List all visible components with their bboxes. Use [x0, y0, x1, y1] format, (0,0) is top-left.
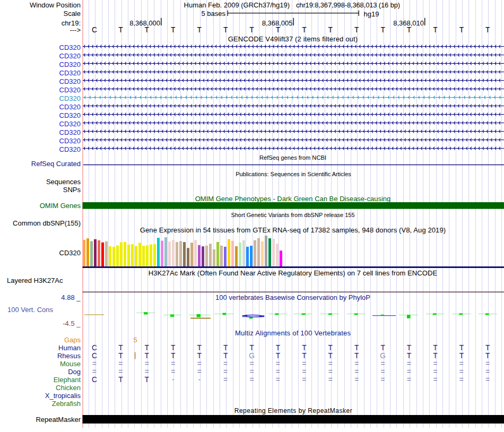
- svg-text:=: =: [223, 376, 228, 384]
- svg-text:C: C: [92, 344, 97, 352]
- svg-text:Layered H3K27Ac: Layered H3K27Ac: [7, 277, 63, 284]
- svg-text:=: =: [118, 368, 123, 376]
- svg-text:T: T: [118, 376, 123, 384]
- svg-text:T: T: [485, 26, 490, 34]
- svg-text:Zebrafish: Zebrafish: [52, 400, 81, 408]
- svg-text:=: =: [381, 376, 385, 384]
- svg-text:Common dbSNP(155): Common dbSNP(155): [13, 219, 81, 227]
- svg-text:-4.5 _: -4.5 _: [63, 319, 81, 327]
- svg-text:Dog: Dog: [68, 368, 81, 376]
- svg-text:5: 5: [133, 336, 137, 344]
- svg-text:=: =: [433, 368, 437, 376]
- svg-text:=: =: [145, 360, 149, 368]
- svg-text:=: =: [354, 376, 359, 384]
- svg-text:=: =: [381, 368, 385, 376]
- svg-text:T: T: [276, 352, 281, 360]
- svg-text:T: T: [302, 344, 307, 352]
- svg-text:Rhesus: Rhesus: [57, 352, 81, 360]
- svg-text:Multiz Alignments of 100 Verte: Multiz Alignments of 100 Vertebrates: [235, 329, 351, 337]
- svg-text:=: =: [407, 360, 411, 368]
- svg-text:T: T: [433, 26, 438, 34]
- svg-text:T: T: [302, 26, 307, 34]
- svg-text:X_tropicalis: X_tropicalis: [45, 392, 81, 400]
- svg-text:T: T: [485, 344, 490, 352]
- svg-text:T: T: [118, 344, 123, 352]
- svg-text:RefSeq genes from NCBI: RefSeq genes from NCBI: [259, 154, 326, 161]
- svg-text:=: =: [328, 376, 333, 384]
- svg-text:GENCODE V49lift37 (2 items fil: GENCODE V49lift37 (2 items filtered out): [228, 35, 358, 43]
- svg-text:Publications: Sequences in Sci: Publications: Sequences in Scientific Ar…: [236, 171, 351, 177]
- svg-text:T: T: [171, 344, 176, 352]
- svg-text:100 Vert. Cons: 100 Vert. Cons: [7, 306, 53, 314]
- svg-text:OMIM Genes: OMIM Genes: [40, 202, 81, 210]
- svg-text:CD320: CD320: [59, 69, 81, 77]
- svg-text:G: G: [249, 352, 255, 360]
- svg-text:=: =: [407, 376, 411, 384]
- svg-text:C: C: [92, 376, 97, 384]
- svg-text:RefSeq Curated: RefSeq Curated: [31, 160, 81, 168]
- svg-text:T: T: [328, 352, 333, 360]
- svg-text:=: =: [433, 360, 437, 368]
- svg-text:T: T: [302, 352, 307, 360]
- svg-text:=: =: [485, 376, 490, 384]
- svg-text:=: =: [276, 368, 280, 376]
- svg-text:CD320: CD320: [59, 137, 81, 145]
- svg-text:T: T: [249, 26, 254, 34]
- svg-text:T: T: [354, 352, 359, 360]
- svg-text:=: =: [171, 368, 175, 376]
- svg-text:T: T: [197, 352, 202, 360]
- svg-text:=: =: [197, 368, 202, 376]
- svg-text:T: T: [380, 26, 385, 34]
- svg-text:=: =: [381, 360, 385, 368]
- svg-text:T: T: [407, 26, 412, 34]
- svg-text:T: T: [354, 344, 359, 352]
- svg-text:CD320: CD320: [59, 86, 81, 94]
- svg-text:T: T: [328, 26, 333, 34]
- svg-text:T: T: [433, 344, 438, 352]
- svg-text:Gaps: Gaps: [64, 336, 81, 344]
- svg-text:T: T: [407, 352, 412, 360]
- svg-text:T: T: [145, 26, 150, 34]
- svg-text:T: T: [197, 344, 202, 352]
- svg-text:Sequences: Sequences: [46, 178, 81, 186]
- svg-text:Human Feb. 2009 (GRCh37/hg19): Human Feb. 2009 (GRCh37/hg19): [184, 1, 290, 9]
- svg-text:C: C: [92, 352, 97, 360]
- svg-text:Gene Expression in 54 tissues: Gene Expression in 54 tissues from GTEx …: [140, 226, 446, 234]
- svg-text:T: T: [223, 26, 228, 34]
- svg-text:T: T: [459, 26, 464, 34]
- svg-text:Repeating Elements by RepeatMa: Repeating Elements by RepeatMasker: [234, 407, 352, 414]
- svg-text:T: T: [328, 344, 333, 352]
- svg-text:=: =: [197, 360, 202, 368]
- svg-text:Human: Human: [58, 344, 81, 352]
- svg-text:T: T: [197, 26, 202, 34]
- svg-text:=: =: [485, 368, 490, 376]
- svg-text:5 bases: 5 bases: [201, 10, 225, 18]
- svg-text:--->: --->: [69, 26, 81, 34]
- svg-text:T: T: [145, 344, 150, 352]
- svg-text:=: =: [459, 360, 464, 368]
- svg-text:=: =: [276, 360, 280, 368]
- svg-text:=: =: [407, 368, 411, 376]
- svg-text:4.88 _: 4.88 _: [61, 293, 81, 301]
- svg-text:=: =: [302, 376, 306, 384]
- svg-text:OMIM Gene Phenotypes - Dark Gr: OMIM Gene Phenotypes - Dark Green Can Be…: [195, 195, 391, 203]
- svg-text:T: T: [171, 26, 176, 34]
- svg-text:=: =: [145, 368, 149, 376]
- svg-text:=: =: [459, 368, 464, 376]
- svg-text:chr19:8,367,998-8,368,013 (16: chr19:8,367,998-8,368,013 (16 bp): [296, 1, 400, 9]
- svg-text:CD320: CD320: [59, 111, 81, 119]
- svg-text:T: T: [407, 344, 412, 352]
- svg-text:H3K27Ac Mark (Often Found Near: H3K27Ac Mark (Often Found Near Active Re…: [149, 269, 438, 277]
- svg-text:T: T: [459, 352, 464, 360]
- svg-text:Window Position: Window Position: [30, 1, 81, 9]
- svg-text:T: T: [145, 376, 150, 384]
- svg-text:=: =: [459, 376, 464, 384]
- svg-text:T: T: [249, 344, 254, 352]
- svg-text:=: =: [302, 368, 306, 376]
- svg-text:T: T: [276, 344, 281, 352]
- svg-text:=: =: [118, 360, 123, 368]
- svg-text:=: =: [328, 360, 333, 368]
- svg-text:T: T: [223, 344, 228, 352]
- svg-text:T: T: [171, 352, 176, 360]
- svg-text:Elephant: Elephant: [54, 376, 81, 384]
